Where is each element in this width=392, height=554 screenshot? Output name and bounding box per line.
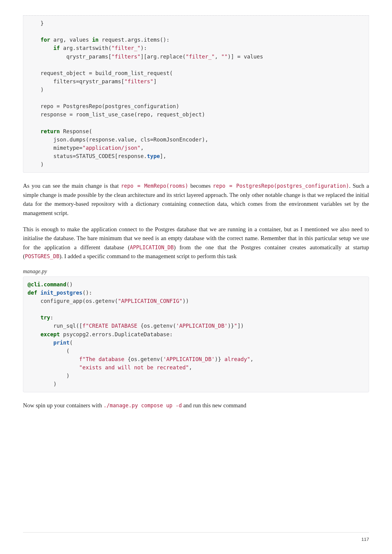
- code-caption: manage.py: [23, 268, 369, 275]
- code-line: return Response(: [28, 128, 92, 134]
- code-line: request_object = build_room_list_request…: [28, 70, 173, 76]
- page-number: 117: [361, 537, 369, 542]
- code-line: filters=qrystr_params["filters"]: [28, 78, 156, 85]
- code-line: run_sql([f"CREATE DATABASE {os.getenv('A…: [28, 323, 244, 329]
- code-line: ): [28, 381, 57, 387]
- code-line: status=STATUS_CODES[response.type],: [28, 153, 166, 159]
- paragraph-2: This is enough to make the application c…: [23, 225, 369, 261]
- code-line: repo = PostgresRepo(postgres_configurati…: [28, 103, 179, 109]
- code-line: ): [28, 161, 44, 168]
- code-line: qrystr_params["filters"][arg.replace("fi…: [28, 54, 263, 60]
- code-line: except psycopg2.errors.DuplicateDatabase…: [28, 331, 173, 337]
- code-block-1: } for arg, values in request.args.items(…: [23, 15, 369, 173]
- code-line: print(: [28, 340, 73, 346]
- code-line: mimetype="application/json",: [28, 145, 144, 151]
- code-line: ): [28, 373, 70, 379]
- code-line: def init_postgres():: [28, 290, 92, 296]
- code-line: json.dumps(response.value, cls=RoomJsonE…: [28, 137, 208, 143]
- code-line: try:: [28, 315, 53, 321]
- code-line: "exists and will not be recreated",: [28, 364, 192, 371]
- code-line: ): [28, 87, 44, 93]
- code-line: configure_app(os.getenv("APPLICATION_CON…: [28, 298, 189, 304]
- paragraph-1: As you can see the main change is that r…: [23, 181, 369, 217]
- code-line: response = room_list_use_case(repo, requ…: [28, 111, 205, 118]
- page: } for arg, values in request.args.items(…: [0, 0, 392, 554]
- inline-code: POSTGRES_DB: [25, 253, 59, 259]
- footer-rule: [23, 532, 369, 533]
- code-block-2: @cli.command() def init_postgres(): conf…: [23, 277, 369, 393]
- inline-code: repo = PostgresRepo(postgres_configurati…: [213, 183, 349, 189]
- code-line: @cli.command(): [28, 281, 73, 288]
- paragraph-3: Now spin up your containers with ./manag…: [23, 401, 369, 410]
- code-line: for arg, values in request.args.items():: [28, 37, 170, 43]
- inline-code: repo = MemRepo(rooms): [121, 183, 188, 189]
- inline-code: ./manage.py compose up -d: [104, 402, 182, 409]
- inline-code: APPLICATION_DB: [130, 244, 174, 251]
- code-line: f"The database {os.getenv('APPLICATION_D…: [28, 356, 254, 362]
- code-line: if arg.startswith("filter_"):: [28, 45, 147, 51]
- code-line: (: [28, 348, 70, 354]
- code-line: }: [28, 20, 44, 26]
